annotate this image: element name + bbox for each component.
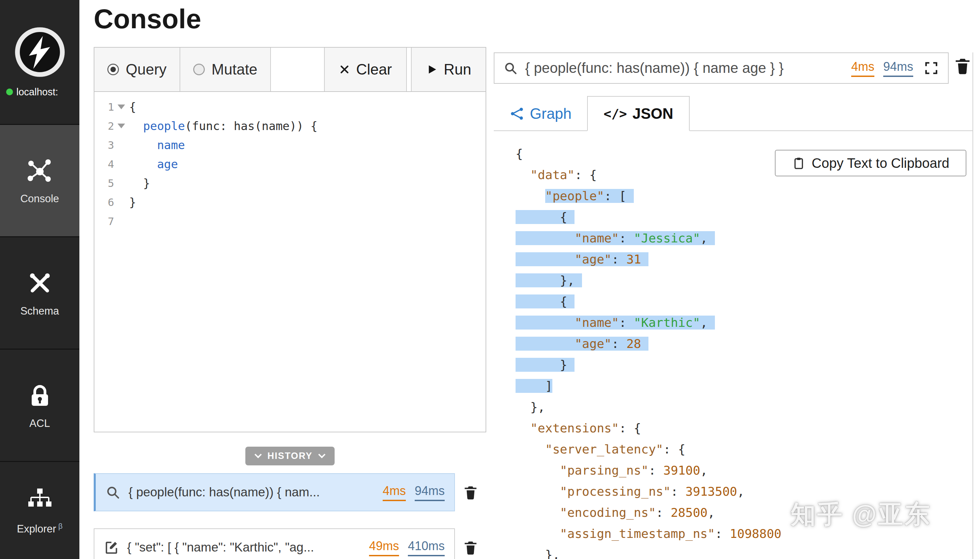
code-token — [516, 442, 545, 456]
editor-line: 6} — [95, 193, 486, 212]
code-token: }, — [516, 400, 545, 414]
code-token: age — [157, 157, 178, 171]
fullscreen-icon[interactable] — [924, 60, 939, 76]
json-line: "people": [ — [516, 185, 972, 207]
code-token: , — [700, 463, 708, 477]
query-mode-label: Query — [126, 61, 167, 78]
result-bar-actions — [924, 60, 939, 76]
server-latency-badge[interactable]: 49ms — [369, 539, 399, 556]
server-latency-badge[interactable]: 4ms — [851, 60, 874, 77]
code-editor[interactable]: 1{2 people(func: has(name)) {3 name4 age… — [95, 92, 486, 231]
trash-icon — [463, 539, 478, 555]
fold-arrow-icon[interactable] — [114, 98, 129, 116]
editor-line: 1{ — [95, 98, 486, 116]
sidebar-item-label: ACL — [29, 417, 50, 430]
code-token: 28500 — [671, 506, 707, 519]
run-button[interactable]: Run — [411, 48, 486, 91]
json-output[interactable]: { "data": { "people": [ { "name": "Jessi… — [494, 131, 972, 559]
code-token: 1098800 — [730, 527, 782, 541]
code-text: { — [516, 210, 574, 224]
code-token: { — [129, 100, 136, 114]
code-token: : — [671, 485, 685, 498]
delete-history-item-button[interactable] — [455, 539, 486, 555]
mutate-mode-radio[interactable]: Mutate — [180, 48, 271, 91]
sidebar-item-acl[interactable]: ACL — [0, 350, 80, 462]
json-line: "age": 31 — [516, 249, 972, 270]
fold-arrow-icon[interactable] — [114, 116, 129, 136]
history-item-mutation[interactable]: { "set": [ { "name": "Karthic", "ag... 4… — [94, 528, 455, 559]
tab-graph[interactable]: Graph — [494, 97, 587, 131]
code-text: people(func: has(name)) { — [129, 116, 318, 136]
radio-selected-icon[interactable] — [107, 64, 119, 75]
code-token: : [ — [604, 189, 634, 203]
code-token — [516, 168, 530, 182]
sidebar-item-schema[interactable]: Schema — [0, 237, 80, 350]
code-token — [516, 527, 560, 541]
sidebar-item-console[interactable]: Console — [0, 125, 80, 237]
code-text: ] — [516, 379, 552, 393]
sidebar-item-explorer[interactable]: Explorerβ — [0, 462, 80, 559]
delete-history-item-button[interactable] — [455, 485, 486, 500]
code-token: "processing_ns" — [560, 485, 671, 498]
trash-icon — [463, 485, 478, 500]
fold-gutter-spacer — [114, 155, 129, 174]
history-item-text: { people(func: has(name)) { nam... — [128, 485, 383, 499]
fold-gutter-spacer — [114, 193, 129, 212]
server-latency-badge[interactable]: 4ms — [383, 484, 406, 501]
total-latency-badge[interactable]: 94ms — [883, 60, 913, 77]
code-text: "server_latency": { — [516, 442, 686, 456]
code-text: } — [129, 174, 150, 193]
code-token: , — [708, 506, 715, 519]
tools-icon — [26, 269, 54, 298]
sidebar-item-label: Explorerβ — [17, 522, 62, 535]
clear-result-button[interactable] — [953, 56, 972, 75]
code-token — [516, 463, 560, 477]
json-line: "extensions": { — [516, 418, 972, 439]
code-text: { — [516, 147, 523, 161]
code-token: : — [612, 252, 626, 266]
code-text: "extensions": { — [516, 421, 641, 435]
query-mode-radio[interactable]: Query — [95, 48, 180, 91]
code-token — [516, 189, 545, 203]
total-latency-badge[interactable]: 94ms — [415, 484, 445, 501]
radio-unselected-icon[interactable] — [193, 64, 205, 75]
toolbar-spacer — [271, 48, 324, 91]
copy-to-clipboard-button[interactable]: Copy Text to Clipboard — [775, 150, 967, 176]
code-text: { — [129, 98, 136, 116]
chevron-down-icon — [255, 451, 262, 458]
trash-icon — [953, 56, 972, 75]
code-token: "Karthic" — [634, 316, 700, 329]
code-token — [516, 337, 574, 351]
clipboard-icon — [792, 156, 806, 170]
history-toggle-button[interactable]: HISTORY — [245, 447, 335, 465]
json-line: }, — [516, 270, 972, 291]
search-icon — [503, 61, 517, 75]
code-token — [129, 138, 157, 152]
code-token: "extensions" — [530, 421, 619, 435]
executed-query-text: { people(func: has(name)) { name age } } — [525, 60, 851, 76]
history-toggle-wrap: HISTORY — [94, 447, 486, 465]
code-token — [129, 157, 157, 171]
line-number: 2 — [95, 116, 114, 136]
json-line: "name": "Jessica", — [516, 228, 972, 249]
code-text: { — [516, 294, 574, 308]
tab-json[interactable]: </> JSON — [587, 96, 689, 131]
code-token — [641, 252, 648, 266]
sidebar: localhost: Console Schema — [0, 0, 80, 559]
code-text: "name": "Jessica", — [516, 231, 715, 245]
history-item-query[interactable]: { people(func: has(name)) { nam... 4ms 9… — [94, 473, 455, 511]
code-token: }, — [516, 548, 560, 559]
code-token: 28 — [626, 337, 641, 351]
code-token: (func: has(name)) { — [185, 119, 318, 133]
total-latency-badge[interactable]: 410ms — [408, 539, 445, 556]
code-token: "Jessica" — [634, 231, 700, 245]
code-token — [516, 421, 530, 435]
code-token: 3913500 — [686, 485, 737, 498]
clear-button[interactable]: Clear — [324, 48, 407, 91]
code-text: }, — [516, 273, 582, 287]
code-token: "age" — [574, 337, 611, 351]
code-token: } — [516, 358, 574, 372]
code-text: "data": { — [516, 168, 597, 182]
server-address-label: localhost: — [17, 86, 58, 98]
code-token: { — [516, 147, 523, 161]
